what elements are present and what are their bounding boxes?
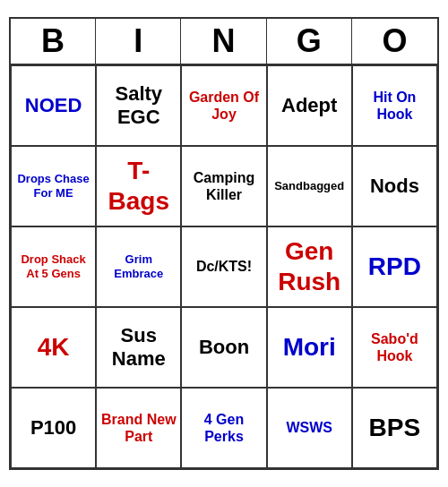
bingo-cell: P100: [11, 388, 96, 468]
bingo-cell: 4K: [11, 307, 96, 388]
bingo-cell: 4 Gen Perks: [181, 388, 266, 468]
header-letter: O: [352, 19, 437, 64]
bingo-cell: T-Bags: [96, 146, 181, 226]
header-letter: N: [181, 19, 266, 64]
bingo-cell: Sabo'd Hook: [352, 307, 437, 388]
bingo-cell: Sus Name: [96, 307, 181, 388]
bingo-cell: Drop Shack At 5 Gens: [11, 226, 96, 307]
bingo-cell: Garden Of Joy: [181, 65, 266, 146]
header-letter: B: [11, 19, 96, 64]
bingo-header: BINGO: [11, 19, 437, 65]
header-letter: I: [96, 19, 181, 64]
bingo-card: BINGO NOEDSalty EGCGarden Of JoyAdeptHit…: [9, 17, 439, 470]
bingo-cell: BPS: [352, 388, 437, 468]
bingo-cell: Brand New Part: [96, 388, 181, 468]
bingo-cell: Drops Chase For ME: [11, 146, 96, 226]
bingo-cell: Mori: [267, 307, 352, 388]
bingo-cell: Gen Rush: [267, 226, 352, 307]
bingo-cell: Hit On Hook: [352, 65, 437, 146]
bingo-cell: Dc/KTS!: [181, 226, 266, 307]
bingo-cell: Salty EGC: [96, 65, 181, 146]
bingo-cell: Grim Embrace: [96, 226, 181, 307]
header-letter: G: [267, 19, 352, 64]
bingo-cell: Sandbagged: [267, 146, 352, 226]
bingo-grid: NOEDSalty EGCGarden Of JoyAdeptHit On Ho…: [11, 65, 437, 468]
bingo-cell: Boon: [181, 307, 266, 388]
bingo-cell: WSWS: [267, 388, 352, 468]
bingo-cell: Nods: [352, 146, 437, 226]
bingo-cell: RPD: [352, 226, 437, 307]
bingo-cell: NOED: [11, 65, 96, 146]
bingo-cell: Adept: [267, 65, 352, 146]
bingo-cell: Camping Killer: [181, 146, 266, 226]
